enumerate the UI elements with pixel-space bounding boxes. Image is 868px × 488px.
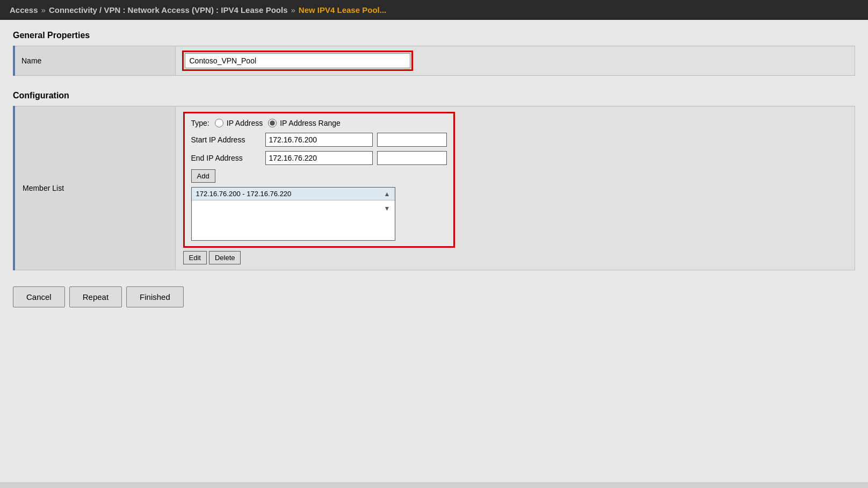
- type-label: Type:: [191, 119, 209, 127]
- general-properties-table: Name: [13, 46, 855, 76]
- sep2: »: [291, 5, 295, 15]
- breadcrumb-mid: Connectivity / VPN : Network Access (VPN…: [49, 5, 288, 15]
- edit-button[interactable]: Edit: [183, 251, 207, 264]
- add-button-container: Add: [191, 169, 447, 187]
- sep1: »: [41, 5, 46, 15]
- start-ip-input[interactable]: [265, 133, 373, 147]
- main-content: General Properties Name Configuration Me…: [0, 20, 868, 482]
- start-ip-extra-input[interactable]: [377, 133, 447, 147]
- footer-buttons: Cancel Repeat Finished: [13, 286, 855, 307]
- scroll-up-icon[interactable]: ▲: [384, 190, 390, 198]
- start-ip-row: Start IP Address: [191, 133, 447, 147]
- end-ip-row: End IP Address: [191, 151, 447, 165]
- cancel-button[interactable]: Cancel: [13, 286, 65, 307]
- member-list-item: 172.16.76.200 - 172.16.76.220 ▲: [192, 188, 395, 200]
- radio-ip-address[interactable]: [215, 119, 223, 127]
- radio-ip-address-range[interactable]: [268, 119, 277, 127]
- radio-ip-range-label[interactable]: IP Address Range: [268, 119, 341, 127]
- name-value-cell: [175, 46, 855, 76]
- name-input-highlight: [182, 51, 413, 71]
- edit-delete-row: Edit Delete: [183, 251, 848, 264]
- name-label-cell: Name: [14, 46, 175, 76]
- end-ip-extra-input[interactable]: [377, 151, 447, 165]
- ip-range-option-label: IP Address Range: [280, 119, 341, 127]
- radio-ip-address-label[interactable]: IP Address: [215, 119, 263, 127]
- finished-button[interactable]: Finished: [126, 286, 184, 307]
- breadcrumb-current: New IPV4 Lease Pool...: [299, 5, 386, 15]
- config-row: Member List Type: IP Address: [14, 106, 855, 270]
- configuration-heading: Configuration: [13, 91, 855, 101]
- end-ip-input[interactable]: [265, 151, 373, 165]
- member-list-box[interactable]: 172.16.76.200 - 172.16.76.220 ▲ ▼: [191, 187, 395, 241]
- type-row: Type: IP Address IP Address Range: [191, 119, 447, 127]
- config-content-cell: Type: IP Address IP Address Range: [175, 106, 855, 270]
- start-ip-label: Start IP Address: [191, 135, 261, 144]
- breadcrumb-bar: Access » Connectivity / VPN : Network Ac…: [0, 0, 868, 20]
- configuration-section: Configuration Member List Type: IP Addre…: [13, 91, 855, 270]
- end-ip-label: End IP Address: [191, 154, 261, 162]
- name-row: Name: [14, 46, 855, 76]
- name-input[interactable]: [185, 53, 410, 68]
- breadcrumb-access: Access: [10, 5, 38, 15]
- repeat-button[interactable]: Repeat: [69, 286, 122, 307]
- general-properties-section: General Properties Name: [13, 31, 855, 76]
- scroll-down-icon[interactable]: ▼: [384, 205, 390, 212]
- delete-button[interactable]: Delete: [209, 251, 241, 264]
- configuration-table: Member List Type: IP Address: [13, 106, 855, 270]
- member-list-item-text: 172.16.76.200 - 172.16.76.220: [196, 190, 292, 198]
- config-inner-box: Type: IP Address IP Address Range: [183, 112, 455, 248]
- member-list-label-cell: Member List: [14, 106, 175, 270]
- general-properties-heading: General Properties: [13, 31, 855, 40]
- member-list-empty-row: ▼: [192, 200, 395, 217]
- ip-address-option-label: IP Address: [227, 119, 263, 127]
- add-button[interactable]: Add: [191, 169, 215, 183]
